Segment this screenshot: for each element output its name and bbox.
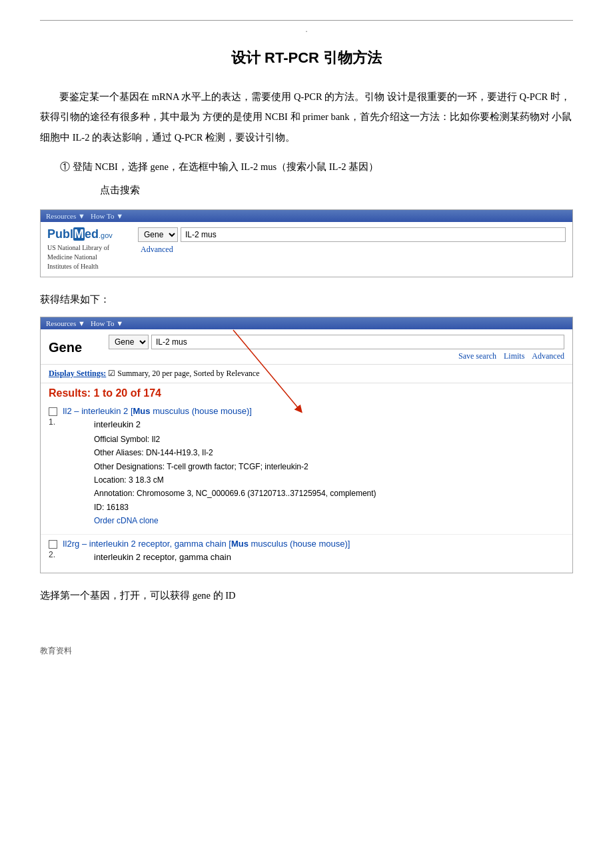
result1-symbol: Official Symbol: Il2 [94, 433, 376, 446]
result-number-2: 2. [49, 550, 62, 565]
results-header: Gene Gene Save search Limits Advanced [41, 329, 572, 365]
result1-aliases: Other Aliases: DN-144-H19.3, Il-2 [94, 446, 376, 459]
pubmed-logo-area: PublMed.gov US National Library ofMedici… [47, 227, 127, 271]
final-note: 选择第一个基因，打开，可以获得 gene 的 ID [40, 585, 573, 605]
pubmed-search-area: Gene Advanced [138, 227, 566, 255]
search-input-1[interactable] [181, 227, 566, 242]
save-search-link[interactable]: Save search [458, 351, 496, 361]
display-settings-icon: ☑ [108, 369, 117, 378]
display-settings-bar: Display Settings: ☑ Summary, 20 per page… [41, 365, 572, 383]
display-settings-value: Summary, 20 per page, Sorted by Relevanc… [117, 369, 259, 378]
ncbi-top-bar: Resources ▼ How To ▼ [41, 210, 572, 222]
page-title: 设计 RT-PCR 引物方法 [40, 48, 573, 68]
step1-text: ① 登陆 NCBI，选择 gene，在选框中输入 IL-2 mus（搜索小鼠 I… [60, 157, 573, 177]
result-item-2: Il2rg – interleukin 2 receptor, gamma ch… [41, 535, 572, 572]
results-links: Save search Limits Advanced [109, 351, 564, 361]
result-checkbox-1[interactable] [49, 407, 57, 416]
result1-location: Location: 3 18.3 cM [94, 473, 376, 487]
ncbi-bar-text: Resources ▼ How To ▼ [46, 212, 123, 220]
result-note: 获得结果如下： [40, 289, 573, 309]
screenshot-results: Resources ▼ How To ▼ Gene Gene Save sear… [40, 317, 573, 573]
gene-label: Gene [49, 340, 102, 355]
display-settings-link[interactable]: Display Settings: [49, 369, 106, 378]
intro-paragraph: 要鉴定某一个基因在 mRNA 水平上的表达，需要使用 Q-PCR 的方法。引物 … [40, 87, 573, 147]
screenshot-pubmed-search: Resources ▼ How To ▼ PublMed.gov US Nati… [40, 209, 573, 277]
result1-name: interleukin 2 [94, 417, 376, 432]
results-count: Results: 1 to 20 of 174 [41, 383, 572, 402]
result-details-1: interleukin 2 Official Symbol: Il2 Other… [94, 417, 376, 528]
result-number-1: 1. [49, 417, 62, 528]
results-search-area: Gene Save search Limits Advanced [109, 335, 564, 361]
result1-order-link[interactable]: Order cDNA clone [94, 516, 159, 525]
result-item-1: Il2 – interleukin 2 [Mus musculus (house… [41, 402, 572, 535]
result1-designations: Other Designations: T-cell growth factor… [94, 460, 376, 473]
limits-link[interactable]: Limits [504, 351, 524, 361]
top-divider [40, 20, 573, 21]
pubmed-logo: PublMed.gov [47, 227, 127, 241]
search-dropdown-2[interactable]: Gene [109, 335, 149, 349]
search-input-2[interactable] [151, 335, 564, 349]
result-title-link-1[interactable]: Il2 – interleukin 2 [Mus musculus (house… [63, 406, 252, 416]
advanced-link-1[interactable]: Advanced [141, 245, 173, 254]
footer-text: 教育资料 [40, 645, 573, 657]
result2-name: interleukin 2 receptor, gamma chain [94, 550, 231, 565]
top-dot: . [40, 25, 573, 35]
click-note: 点击搜索 [100, 180, 573, 200]
result1-annotation: Annotation: Chromosome 3, NC_000069.6 (3… [94, 487, 376, 500]
result1-id: ID: 16183 [94, 501, 376, 514]
result-title-link-2[interactable]: Il2rg – interleukin 2 receptor, gamma ch… [63, 539, 350, 549]
advanced-link-2[interactable]: Advanced [532, 351, 564, 361]
ncbi-bar2-text: Resources ▼ How To ▼ [46, 319, 123, 327]
result-checkbox-2[interactable] [49, 540, 57, 549]
pubmed-subtitle: US National Library ofMedicine NationalI… [47, 243, 127, 271]
result-details-2: interleukin 2 receptor, gamma chain [94, 550, 231, 565]
ncbi-top-bar2: Resources ▼ How To ▼ [41, 317, 572, 329]
search-dropdown-1[interactable]: Gene [138, 227, 178, 242]
